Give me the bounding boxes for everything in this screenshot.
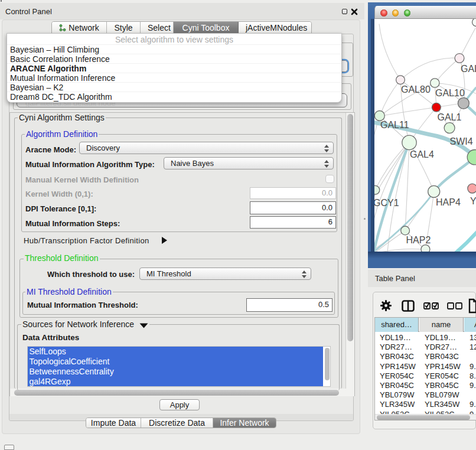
- svg-text:GAL4: GAL4: [410, 149, 434, 159]
- svg-text:HAP4: HAP4: [436, 197, 461, 207]
- svg-text:GCY1: GCY1: [374, 197, 399, 207]
- svg-text:SWI4: SWI4: [450, 136, 473, 146]
- svg-text:GAL11: GAL11: [380, 119, 409, 129]
- svg-text:GAL10: GAL10: [435, 87, 465, 97]
- svg-text:GAL1: GAL1: [438, 112, 462, 122]
- svg-text:HAP2: HAP2: [406, 234, 431, 244]
- svg-text:GAL80: GAL80: [401, 84, 431, 94]
- svg-text:Y: Y: [470, 195, 476, 206]
- svg-text:GAL: GAL: [461, 63, 476, 73]
